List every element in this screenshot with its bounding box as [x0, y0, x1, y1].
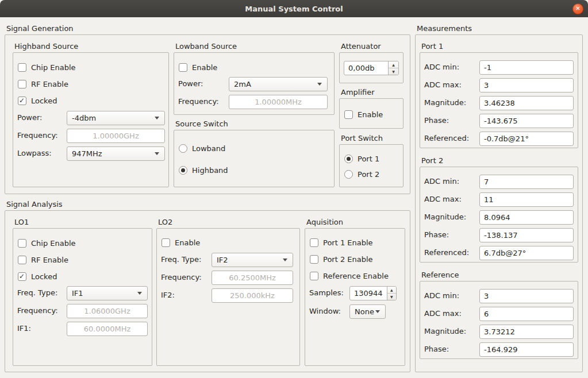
chevron-down-icon: [317, 83, 322, 86]
amplifier-enable-checkbox[interactable]: ✓: [344, 110, 353, 119]
port-switch-port2-radio[interactable]: [344, 170, 353, 179]
close-button[interactable]: ✕: [572, 3, 583, 14]
port1-referenced-input[interactable]: [479, 132, 574, 146]
lowband-enable-label: Enable: [192, 63, 217, 72]
acq-port1-enable-row: ✓ Port 1 Enable: [310, 238, 373, 248]
highband-power-label: Power:: [17, 113, 42, 122]
source-switch-frame: [174, 130, 335, 187]
source-switch-lowband-radio[interactable]: [179, 144, 187, 153]
port-switch-port1-row: Port 1: [344, 154, 379, 164]
attenuator-title: Attenuator: [341, 42, 381, 51]
lo1-rf-enable-label: RF Enable: [31, 256, 68, 264]
highband-locked-checkbox[interactable]: ✓: [18, 97, 26, 105]
lo2-freq-type-select[interactable]: IF2: [212, 253, 293, 267]
source-switch-highband-radio[interactable]: [179, 166, 187, 175]
port2-referenced-label: Referenced:: [424, 248, 469, 257]
port1-magnitude-label: Magnitude:: [424, 98, 466, 107]
lo1-chip-enable-checkbox[interactable]: ✓: [18, 239, 26, 248]
port2-magnitude-input[interactable]: [479, 210, 574, 225]
lowband-enable-checkbox[interactable]: ✓: [179, 63, 187, 72]
spin-down-icon[interactable]: ▼: [389, 68, 398, 75]
lo1-rf-enable-checkbox[interactable]: ✓: [18, 256, 26, 264]
attenuator-group: Attenuator 0,00db ▲ ▼: [339, 42, 403, 83]
highband-chip-enable-checkbox[interactable]: ✓: [18, 63, 26, 72]
lo1-frequency-input[interactable]: [67, 304, 148, 318]
acq-samples-spinbox[interactable]: 130944 ▲ ▼: [349, 286, 397, 300]
lo2-frequency-label: Frequency:: [161, 273, 202, 281]
lo2-group: LO2 ✓ Enable Freq. Type: IF2 Frequency: …: [156, 218, 300, 366]
acq-port2-enable-label: Port 2 Enable: [323, 255, 373, 264]
lowband-power-select[interactable]: 2mA: [229, 77, 328, 91]
source-switch-highband-row: Highband: [179, 165, 228, 175]
spin-down-icon[interactable]: ▼: [387, 294, 396, 300]
attenuator-value: 0,00db: [344, 61, 388, 75]
ref-adc-min-input[interactable]: [479, 289, 574, 303]
ref-adc-max-input[interactable]: [479, 307, 574, 321]
spin-up-icon[interactable]: ▲: [387, 287, 396, 294]
measurements-port2-title: Port 2: [421, 156, 443, 165]
highband-lowpass-value: 947MHz: [72, 149, 155, 158]
titlebar[interactable]: Manual System Control ✕: [0, 0, 588, 17]
lowband-frequency-label: Frequency:: [178, 97, 219, 106]
highband-chip-enable-label: Chip Enable: [31, 63, 76, 72]
source-switch-lowband-label: Lowband: [192, 144, 225, 153]
lo1-if1-input[interactable]: [67, 322, 148, 336]
acq-reference-enable-row: ✓ Reference Enable: [310, 271, 389, 281]
lo1-locked-label: Locked: [31, 272, 57, 281]
acq-port1-enable-label: Port 1 Enable: [323, 238, 373, 247]
port1-magnitude-input[interactable]: [479, 96, 574, 110]
window-title: Manual System Control: [245, 5, 343, 13]
lo1-freq-type-select[interactable]: IF1: [67, 286, 148, 300]
port2-adc-max-input[interactable]: [479, 192, 574, 207]
attenuator-spinbox[interactable]: 0,00db ▲ ▼: [344, 61, 399, 75]
lo2-freq-type-value: IF2: [217, 256, 283, 264]
ref-magnitude-label: Magnitude:: [424, 327, 466, 335]
highband-power-select[interactable]: -4dbm: [67, 111, 165, 125]
acq-reference-enable-checkbox[interactable]: ✓: [310, 272, 318, 280]
port2-phase-input[interactable]: [479, 228, 574, 242]
highband-source-title: Highband Source: [14, 42, 78, 51]
lo1-if1-label: IF1:: [17, 324, 31, 333]
source-switch-title: Source Switch: [175, 119, 228, 128]
highband-rf-enable-checkbox[interactable]: ✓: [18, 80, 26, 88]
highband-rf-enable-label: RF Enable: [31, 80, 68, 88]
measurements-port1-group: Port 1 ADC min: ADC max: Magnitude: Phas…: [420, 42, 578, 148]
chevron-down-icon: [155, 117, 159, 119]
measurements-port2-group: Port 2 ADC min: ADC max: Magnitude: Phas…: [420, 156, 578, 263]
acq-window-value: None: [355, 307, 375, 316]
acq-samples-label: Samples:: [309, 288, 344, 297]
spin-up-icon[interactable]: ▲: [389, 61, 398, 68]
lo2-enable-row: ✓ Enable: [162, 238, 200, 248]
lo1-locked-checkbox[interactable]: ✓: [18, 272, 26, 281]
signal-analysis-title: Signal Analysis: [6, 200, 63, 209]
lo2-enable-checkbox[interactable]: ✓: [162, 238, 170, 247]
chevron-down-icon: [155, 152, 159, 155]
lo2-frequency-input[interactable]: [212, 271, 293, 285]
acq-window-select[interactable]: None: [349, 304, 386, 319]
port1-adc-min-input[interactable]: [479, 60, 574, 75]
port1-adc-max-input[interactable]: [479, 78, 574, 92]
lowband-frequency-input[interactable]: [229, 95, 328, 109]
measurements-group: Measurements Port 1 ADC min: ADC max: Ma…: [415, 24, 583, 372]
acq-port2-enable-checkbox[interactable]: ✓: [310, 255, 318, 264]
port2-adc-max-label: ADC max:: [424, 195, 462, 203]
lowband-source-title: Lowband Source: [175, 42, 237, 51]
ref-phase-input[interactable]: [479, 342, 574, 357]
port2-referenced-input[interactable]: [479, 246, 574, 260]
lo2-if2-input[interactable]: [212, 288, 293, 303]
port1-phase-input[interactable]: [479, 114, 574, 128]
highband-lowpass-select[interactable]: 947MHz: [67, 146, 165, 161]
lowband-power-label: Power:: [178, 79, 203, 88]
lo1-freq-type-label: Freq. Type:: [17, 288, 57, 297]
ref-magnitude-input[interactable]: [479, 325, 574, 339]
signal-generation-group: Signal Generation Highband Source ✓ Chip…: [5, 24, 410, 194]
port2-adc-min-input[interactable]: [479, 175, 574, 189]
port-switch-port1-radio[interactable]: [344, 155, 353, 163]
acq-samples-value: 130944: [350, 287, 387, 300]
acq-port1-enable-checkbox[interactable]: ✓: [310, 238, 318, 247]
measurements-title: Measurements: [417, 24, 472, 33]
acquisition-group: Aquisition ✓ Port 1 Enable ✓ Port 2 Enab…: [305, 218, 405, 366]
port-switch-title: Port Switch: [341, 134, 383, 142]
highband-frequency-input[interactable]: [67, 129, 165, 143]
highband-power-value: -4dbm: [72, 114, 155, 122]
